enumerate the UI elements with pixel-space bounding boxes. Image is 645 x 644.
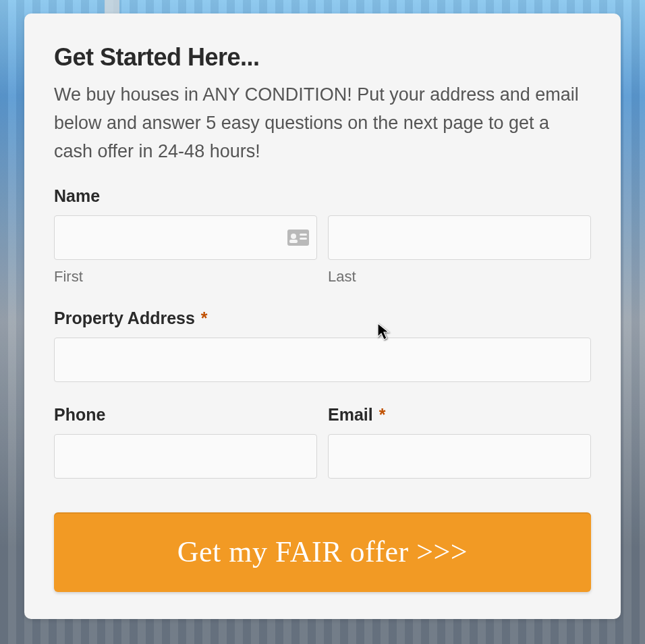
email-label: Email [328,405,373,424]
address-label-wrap: Property Address * [54,308,591,328]
submit-button[interactable]: Get my FAIR offer >>> [54,512,591,592]
phone-input[interactable] [54,434,317,479]
phone-label: Phone [54,405,317,425]
address-label: Property Address [54,308,195,327]
last-name-input[interactable] [328,215,591,260]
name-group: Name First [54,186,591,286]
first-name-input[interactable] [54,215,317,260]
email-label-wrap: Email * [328,405,591,425]
contact-row: Phone Email * [54,405,591,479]
form-heading: Get Started Here... [54,43,591,72]
name-label: Name [54,186,591,206]
email-required-mark: * [379,405,386,424]
form-subtext: We buy houses in ANY CONDITION! Put your… [54,81,591,166]
email-input[interactable] [328,434,591,479]
lead-form-card: Get Started Here... We buy houses in ANY… [24,14,621,619]
last-name-sublabel: Last [328,268,591,286]
address-group: Property Address * [54,308,591,382]
address-input[interactable] [54,338,591,382]
first-name-sublabel: First [54,268,317,286]
address-required-mark: * [201,308,208,327]
